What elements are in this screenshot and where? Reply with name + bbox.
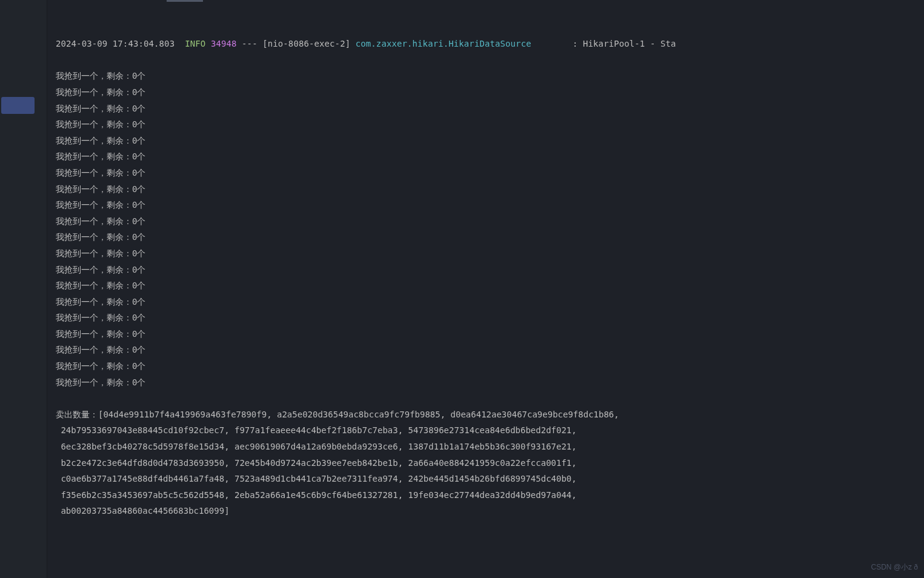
output-line: 我抢到一个，剩余：0个 — [56, 165, 916, 181]
tab-indicator — [167, 0, 203, 2]
log-message: HikariPool-1 - Sta — [583, 39, 676, 48]
sold-line: 卖出数量：[04d4e9911b7f4a419969a463fe7890f9, … — [56, 407, 916, 423]
output-line: 我抢到一个，剩余：0个 — [56, 262, 916, 278]
output-line: 我抢到一个，剩余：0个 — [56, 68, 916, 84]
watermark: CSDN @小z ð — [871, 560, 918, 574]
console-output[interactable]: 2024-03-09 17:43:04.803 INFO 34948 --- [… — [47, 0, 924, 578]
log-separator: --- — [242, 39, 258, 48]
output-line: 我抢到一个，剩余：0个 — [56, 310, 916, 326]
output-line: 我抢到一个，剩余：0个 — [56, 229, 916, 245]
output-line: 我抢到一个，剩余：0个 — [56, 181, 916, 198]
output-line: 我抢到一个，剩余：0个 — [56, 101, 916, 117]
sidebar-selected-item[interactable] — [1, 97, 35, 114]
output-line: 我抢到一个，剩余：0个 — [56, 197, 916, 213]
output-lines-block: 我抢到一个，剩余：0个我抢到一个，剩余：0个我抢到一个，剩余：0个我抢到一个，剩… — [56, 68, 916, 390]
console-container: 2024-03-09 17:43:04.803 INFO 34948 --- [… — [0, 0, 924, 578]
sold-line: ab00203735a84860ac4456683bc16099] — [56, 503, 916, 519]
output-line: 我抢到一个，剩余：0个 — [56, 294, 916, 310]
output-line: 我抢到一个，剩余：0个 — [56, 116, 916, 133]
sidebar — [0, 0, 47, 578]
output-line: 我抢到一个，剩余：0个 — [56, 277, 916, 294]
output-line: 我抢到一个，剩余：0个 — [56, 326, 916, 342]
output-line: 我抢到一个，剩余：0个 — [56, 213, 916, 230]
output-line: 我抢到一个，剩余：0个 — [56, 358, 916, 374]
output-line: 我抢到一个，剩余：0个 — [56, 148, 916, 165]
log-colon: : — [573, 39, 578, 48]
sold-line: 6ec328bef3cb40278c5d5978f8e15d34, aec906… — [56, 439, 916, 455]
sold-line: c0ae6b377a1745e88df4db4461a7fa48, 7523a4… — [56, 471, 916, 487]
output-line: 我抢到一个，剩余：0个 — [56, 374, 916, 391]
output-line: 我抢到一个，剩余：0个 — [56, 245, 916, 262]
sold-line: 24b79533697043e88445cd10f92cbec7, f977a1… — [56, 422, 916, 439]
output-line: 我抢到一个，剩余：0个 — [56, 342, 916, 358]
log-pid: 34948 — [211, 39, 237, 48]
sold-line: f35e6b2c35a3453697ab5c5c562d5548, 2eba52… — [56, 487, 916, 503]
output-line: 我抢到一个，剩余：0个 — [56, 133, 916, 149]
log-timestamp: 2024-03-09 17:43:04.803 — [56, 39, 174, 48]
sold-block: 卖出数量：[04d4e9911b7f4a419969a463fe7890f9, … — [56, 407, 916, 519]
log-header-line: 2024-03-09 17:43:04.803 INFO 34948 --- [… — [56, 36, 916, 52]
log-logger: com.zaxxer.hikari.HikariDataSource — [356, 39, 531, 48]
log-thread: [nio-8086-exec-2] — [262, 39, 350, 48]
log-level: INFO — [185, 39, 205, 48]
output-line: 我抢到一个，剩余：0个 — [56, 84, 916, 101]
sold-line: b2c2e472c3e64dfd8d0d4783d3693950, 72e45b… — [56, 455, 916, 471]
